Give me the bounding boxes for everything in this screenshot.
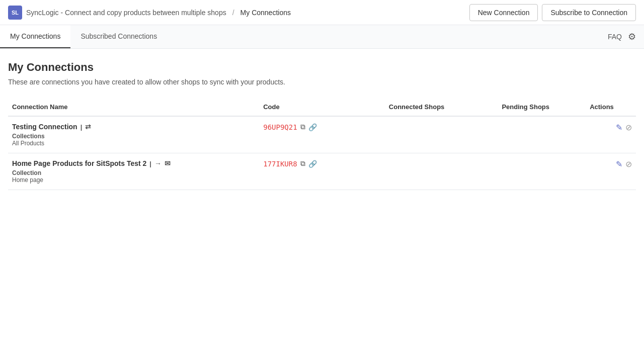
- pending-shops-cell: [498, 116, 586, 153]
- connection-name: Testing Connection | ⇄: [12, 123, 255, 131]
- connection-name: Home Page Products for SitSpots Test 2 |…: [12, 159, 255, 167]
- delete-icon[interactable]: ⊘: [625, 159, 632, 169]
- connection-type-value: Home page: [12, 176, 255, 184]
- copy-icon[interactable]: ⧉: [300, 123, 305, 131]
- app-header: SL SyncLogic - Connect and copy products…: [0, 0, 644, 25]
- connected-shops-cell: [385, 116, 498, 153]
- col-header-pending-shops: Pending Shops: [498, 98, 586, 116]
- edit-icon[interactable]: ✎: [616, 123, 622, 132]
- new-connection-button[interactable]: New Connection: [469, 4, 538, 21]
- copy-icon[interactable]: ⧉: [300, 159, 305, 168]
- tab-subscribed-connections[interactable]: Subscribed Connections: [70, 25, 167, 48]
- breadcrumb-app-name: SyncLogic - Connect and copy products be…: [26, 9, 226, 17]
- link-icon[interactable]: 🔗: [308, 160, 317, 168]
- table-row: Home Page Products for SitSpots Test 2 |…: [8, 153, 636, 190]
- header-buttons: New Connection Subscribe to Connection: [469, 4, 636, 21]
- connection-code: 96UP9Q21: [263, 123, 297, 131]
- connection-type-value: All Products: [12, 140, 255, 147]
- col-header-actions: Actions: [586, 98, 636, 116]
- subscribe-to-connection-button[interactable]: Subscribe to Connection: [542, 4, 636, 21]
- link-icon[interactable]: 🔗: [308, 123, 317, 131]
- breadcrumb-current: My Connections: [240, 9, 291, 17]
- table-row: Testing Connection | ⇄ Collections All P…: [8, 116, 636, 153]
- page-title: My Connections: [8, 61, 636, 74]
- app-logo: SL: [8, 6, 22, 20]
- tab-actions: FAQ ⚙: [608, 31, 644, 42]
- separator-bar: |: [149, 160, 151, 167]
- gear-icon[interactable]: ⚙: [628, 31, 636, 42]
- connection-type-label: Collection: [12, 169, 255, 176]
- email-icon: ✉: [165, 159, 171, 167]
- delete-icon[interactable]: ⊘: [625, 123, 632, 132]
- connected-shops-cell: [385, 153, 498, 190]
- col-header-code: Code: [259, 98, 385, 116]
- tabs: My Connections Subscribed Connections: [0, 25, 167, 48]
- tabs-container: My Connections Subscribed Connections FA…: [0, 25, 644, 49]
- col-header-connected-shops: Connected Shops: [385, 98, 498, 116]
- action-icons: ✎ ⊘: [590, 123, 632, 132]
- code-cell: 96UP9Q21 ⧉ 🔗: [263, 123, 381, 131]
- faq-link[interactable]: FAQ: [608, 33, 622, 41]
- tab-my-connections[interactable]: My Connections: [0, 25, 70, 48]
- page-description: These are connections you have created t…: [8, 78, 636, 86]
- pending-shops-cell: [498, 153, 586, 190]
- separator-bar: |: [80, 123, 83, 131]
- connection-type-label: Collections: [12, 133, 255, 140]
- col-header-connection-name: Connection Name: [8, 98, 259, 116]
- main-content: My Connections These are connections you…: [0, 49, 644, 202]
- edit-icon[interactable]: ✎: [616, 159, 622, 169]
- connection-code: 177IKUR8: [263, 160, 297, 168]
- action-icons: ✎ ⊘: [590, 159, 632, 169]
- sync-icon: →: [154, 159, 162, 167]
- sync-icon: ⇄: [85, 123, 91, 131]
- header-left: SL SyncLogic - Connect and copy products…: [8, 6, 291, 20]
- connections-table: Connection Name Code Connected Shops Pen…: [8, 98, 636, 190]
- breadcrumb-separator: /: [232, 9, 234, 17]
- table-header-row: Connection Name Code Connected Shops Pen…: [8, 98, 636, 116]
- code-cell: 177IKUR8 ⧉ 🔗: [263, 159, 381, 168]
